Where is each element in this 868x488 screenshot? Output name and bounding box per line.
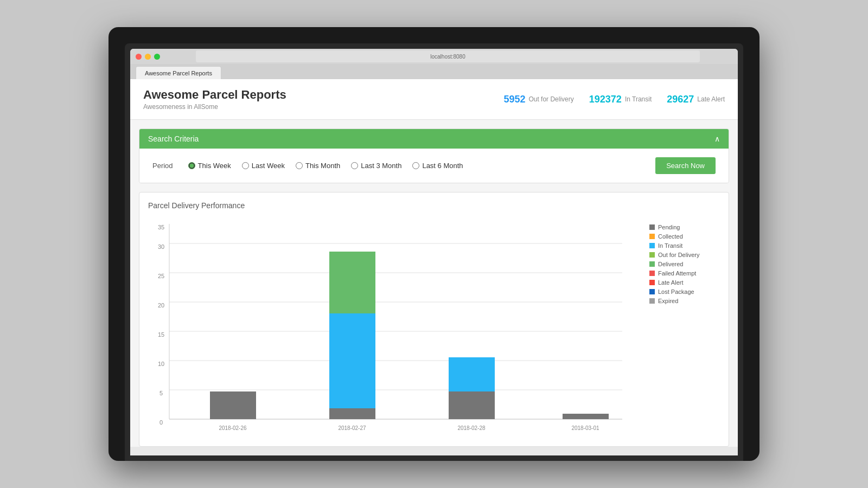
legend-color-failedattempt [649, 271, 655, 276]
radio-last-week-input[interactable] [242, 162, 249, 169]
radio-last-6-month[interactable]: Last 6 Month [412, 162, 463, 170]
tab-label: Awesome Parcel Reports [145, 70, 212, 76]
legend-latealert: Late Alert [649, 279, 720, 286]
legend-label-lostpackage: Lost Package [658, 288, 694, 295]
active-tab[interactable]: Awesome Parcel Reports [136, 66, 221, 79]
search-button[interactable]: Search Now [655, 157, 716, 174]
legend-label-expired: Expired [658, 298, 678, 304]
screen-bezel: localhost:8080 Awesome Parcel Reports Aw… [125, 43, 743, 461]
chart-area: 0 5 10 15 20 25 30 35 [148, 219, 641, 438]
y-label-15: 15 [158, 331, 164, 338]
stat-out-for-delivery: 5952 Out for Delivery [503, 94, 573, 105]
radio-last-3-month-input[interactable] [351, 162, 358, 169]
browser-content: Awesome Parcel Reports Awesomeness in Al… [130, 79, 738, 447]
chart-svg: 0 5 10 15 20 25 30 35 [148, 219, 641, 435]
browser-tabs: Awesome Parcel Reports [130, 64, 738, 79]
radio-last-3-month[interactable]: Last 3 Month [351, 162, 401, 170]
legend-delivered: Delivered [649, 261, 720, 267]
legend-label-pending: Pending [658, 224, 680, 230]
legend-label-outfordelivery: Out for Delivery [658, 252, 699, 258]
stat-number-out-delivery: 5952 [503, 94, 525, 105]
legend-color-delivered [649, 261, 655, 267]
app-header: Awesome Parcel Reports Awesomeness in Al… [130, 79, 738, 120]
period-label: Period [152, 162, 173, 170]
radio-this-week[interactable]: This Week [188, 162, 231, 170]
legend-color-expired [649, 298, 655, 304]
legend-color-collected [649, 234, 655, 239]
radio-this-month-input[interactable] [296, 162, 303, 169]
radio-this-month[interactable]: This Month [296, 162, 340, 170]
radio-this-week-label: This Week [198, 162, 231, 170]
y-label-5: 5 [159, 390, 163, 396]
maximize-dot[interactable] [154, 54, 160, 60]
y-label-25: 25 [158, 273, 164, 279]
title-block: Awesome Parcel Reports Awesomeness in Al… [143, 88, 286, 111]
minimize-dot[interactable] [145, 54, 151, 60]
chart-container: 0 5 10 15 20 25 30 35 [148, 219, 720, 438]
legend-failedattempt: Failed Attempt [649, 270, 720, 277]
legend-label-latealert: Late Alert [658, 279, 683, 286]
radio-last-3-month-label: Last 3 Month [361, 162, 401, 170]
y-label-30: 30 [158, 243, 164, 250]
collapse-icon[interactable] [714, 134, 720, 143]
radio-last-6-month-input[interactable] [412, 162, 419, 169]
legend-color-outfordelivery [649, 252, 655, 258]
chart-legend: Pending Collected In Transit [649, 219, 720, 438]
y-label-35: 35 [158, 224, 164, 230]
stat-late-alert: 29627 Late Alert [667, 94, 725, 105]
x-label-0: 2018-02-26 [219, 425, 247, 431]
y-label-20: 20 [158, 302, 164, 309]
stat-number-in-transit: 192372 [589, 94, 622, 105]
bar-2018-02-28-intransit [449, 357, 495, 391]
search-panel-header[interactable]: Search Criteria [139, 129, 729, 149]
legend-intransit: In Transit [649, 242, 720, 249]
bar-2018-03-01-pending [563, 414, 609, 419]
legend-collected: Collected [649, 233, 720, 240]
legend-color-intransit [649, 243, 655, 248]
address-bar[interactable]: localhost:8080 [196, 50, 700, 62]
bar-2018-02-27-delivered [329, 252, 375, 313]
legend-label-delivered: Delivered [658, 261, 683, 267]
legend-color-latealert [649, 280, 655, 285]
radio-this-month-label: This Month [305, 162, 340, 170]
chart-section: Parcel Delivery Performance 0 5 10 15 20 [139, 192, 729, 447]
stat-number-late-alert: 29627 [667, 94, 694, 105]
search-panel-body: Period This Week Last Week [139, 149, 729, 183]
x-label-3: 2018-03-01 [571, 425, 599, 431]
app-subtitle: Awesomeness in AllSome [143, 103, 286, 111]
legend-color-pending [649, 224, 655, 230]
bar-2018-02-28-pending [449, 391, 495, 419]
laptop-frame: localhost:8080 Awesome Parcel Reports Aw… [108, 27, 760, 461]
legend-pending: Pending [649, 224, 720, 230]
x-label-1: 2018-02-27 [338, 425, 366, 431]
stat-label-in-transit: In Transit [625, 95, 652, 103]
legend-label-collected: Collected [658, 233, 683, 240]
browser-chrome: localhost:8080 Awesome Parcel Reports Aw… [130, 49, 738, 455]
bar-2018-02-26-pending [210, 391, 256, 419]
radio-last-week-label: Last Week [252, 162, 285, 170]
legend-lostpackage: Lost Package [649, 288, 720, 295]
legend-label-intransit: In Transit [658, 242, 682, 249]
legend-label-failedattempt: Failed Attempt [658, 270, 696, 277]
search-panel-title: Search Criteria [148, 134, 199, 143]
stat-in-transit: 192372 In Transit [589, 94, 652, 105]
url-text: localhost:8080 [430, 54, 465, 60]
legend-outfordelivery: Out for Delivery [649, 252, 720, 258]
radio-this-week-input[interactable] [188, 162, 195, 169]
app-title: Awesome Parcel Reports [143, 88, 286, 102]
period-row: Period This Week Last Week [152, 162, 463, 170]
search-panel: Search Criteria Period This Week [139, 129, 729, 183]
close-dot[interactable] [136, 54, 142, 60]
browser-titlebar: localhost:8080 [130, 49, 738, 64]
bar-2018-02-27-intransit [329, 313, 375, 408]
legend-expired: Expired [649, 298, 720, 304]
legend-color-lostpackage [649, 289, 655, 294]
x-label-2: 2018-02-28 [457, 425, 486, 431]
chart-title: Parcel Delivery Performance [148, 201, 720, 210]
y-label-0: 0 [159, 419, 163, 426]
header-stats: 5952 Out for Delivery 192372 In Transit … [503, 94, 725, 105]
radio-last-week[interactable]: Last Week [242, 162, 285, 170]
y-label-10: 10 [158, 361, 164, 367]
stat-label-late-alert: Late Alert [697, 95, 725, 103]
radio-last-6-month-label: Last 6 Month [422, 162, 463, 170]
